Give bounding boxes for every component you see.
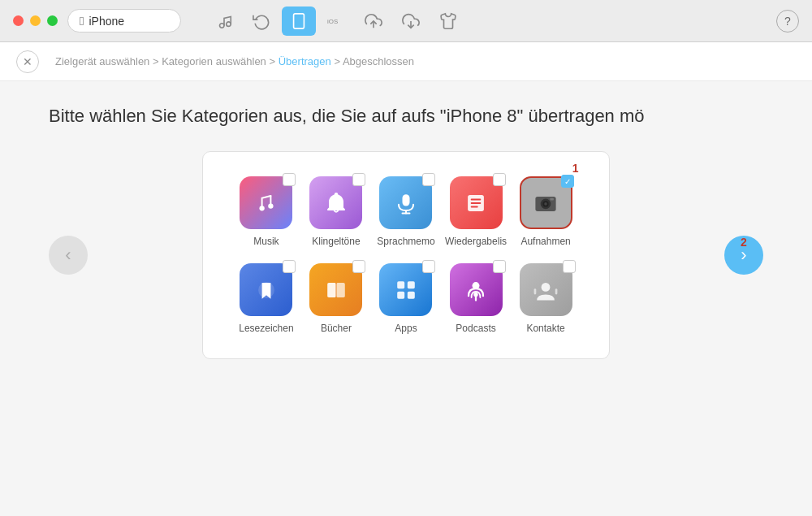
podcasts-icon-wrapper xyxy=(450,263,503,316)
klingeltoene-icon-wrapper xyxy=(309,176,362,229)
wiedergabe-label: Wiedergabelis xyxy=(445,236,507,247)
kontakte-label: Kontakte xyxy=(526,323,564,334)
category-podcasts[interactable]: Podcasts xyxy=(445,263,507,334)
nav-left-wrapper: ‹ xyxy=(49,236,88,275)
apps-checkbox[interactable] xyxy=(422,260,435,273)
prev-icon: ‹ xyxy=(65,245,71,266)
svg-point-8 xyxy=(268,203,273,208)
musik-icon-wrapper xyxy=(240,176,292,229)
lesezeichen-label: Lesezeichen xyxy=(239,323,293,334)
svg-point-1 xyxy=(227,21,231,25)
cloud-upload-icon[interactable] xyxy=(356,7,391,36)
breadcrumb-bar: ✕ Zielgerät auswählen > Kategorien auswä… xyxy=(0,42,812,81)
svg-rect-28 xyxy=(397,291,404,298)
svg-rect-23 xyxy=(327,283,336,297)
lesezeichen-icon-wrapper xyxy=(240,263,292,316)
aufnahmen-icon-wrapper: ✓ 1 xyxy=(520,176,572,229)
svg-point-9 xyxy=(335,192,339,196)
cloud-download-icon[interactable] xyxy=(394,7,428,36)
svg-point-33 xyxy=(542,283,551,292)
breadcrumb-sep-3: > xyxy=(334,55,343,67)
breadcrumb-step-4: Abgeschlossen xyxy=(343,55,414,67)
klingeltoene-checkbox[interactable] xyxy=(352,173,365,186)
category-aufnahmen[interactable]: ✓ 1 Aufnahmen xyxy=(515,176,577,247)
svg-rect-21 xyxy=(550,197,554,200)
device-tab-icon[interactable] xyxy=(282,7,316,36)
step1-label: 1 xyxy=(572,162,579,175)
sprachmemo-icon-wrapper xyxy=(379,176,432,229)
category-klingeltoene[interactable]: Klingeltöne xyxy=(305,176,367,247)
musik-checkbox[interactable] xyxy=(283,173,296,186)
traffic-lights xyxy=(13,15,58,26)
lesezeichen-checkbox[interactable] xyxy=(283,260,296,273)
svg-rect-34 xyxy=(534,288,537,294)
svg-text:iOS: iOS xyxy=(327,18,338,25)
ios-tab-icon[interactable]: iOS xyxy=(319,7,353,36)
nav-right-wrapper: 2 › xyxy=(724,236,763,275)
svg-rect-26 xyxy=(397,281,404,288)
prev-button[interactable]: ‹ xyxy=(49,236,88,275)
apple-logo-icon:  xyxy=(80,14,84,28)
titlebar:  iPhone iOS xyxy=(0,0,812,42)
kontakte-checkbox[interactable] xyxy=(563,260,576,273)
close-button[interactable] xyxy=(13,15,24,26)
buecher-label: Bücher xyxy=(321,323,352,334)
history-tab-icon[interactable] xyxy=(244,7,279,36)
sprachmemo-checkbox[interactable] xyxy=(422,173,435,186)
category-lesezeichen[interactable]: Lesezeichen xyxy=(235,263,297,334)
main-content: Bitte wählen Sie Kategorien aus, die Sie… xyxy=(0,81,812,384)
tshirt-icon[interactable] xyxy=(431,7,465,36)
toolbar: iOS xyxy=(207,7,465,36)
aufnahmen-label: Aufnahmen xyxy=(520,236,570,247)
svg-point-7 xyxy=(259,206,264,210)
breadcrumb-step-3: Übertragen xyxy=(279,55,331,67)
device-name: iPhone xyxy=(89,15,124,28)
svg-rect-10 xyxy=(402,194,409,206)
breadcrumb-sep-1: > xyxy=(153,55,162,67)
buecher-icon-wrapper xyxy=(309,263,362,316)
category-wiedergabe[interactable]: Wiedergabelis xyxy=(445,176,507,247)
content-row: ‹ Musik xyxy=(49,151,763,359)
breadcrumb-step-1: Zielgerät auswählen xyxy=(55,55,149,67)
svg-rect-27 xyxy=(408,281,415,288)
breadcrumb: Zielgerät auswählen > Kategorien auswähl… xyxy=(55,55,414,67)
klingeltoene-label: Klingeltöne xyxy=(312,236,360,247)
svg-point-0 xyxy=(220,23,225,28)
device-selector[interactable]:  iPhone xyxy=(67,9,181,33)
page-title: Bitte wählen Sie Kategorien aus, die Sie… xyxy=(49,106,763,127)
fullscreen-button[interactable] xyxy=(47,15,58,26)
svg-rect-29 xyxy=(408,291,415,298)
category-buecher[interactable]: Bücher xyxy=(305,263,367,334)
apps-icon-wrapper xyxy=(379,263,432,316)
music-tab-icon[interactable] xyxy=(207,7,241,36)
category-musik[interactable]: Musik xyxy=(235,176,297,247)
apps-label: Apps xyxy=(395,323,417,334)
podcasts-checkbox[interactable] xyxy=(493,260,506,273)
svg-rect-35 xyxy=(555,288,558,294)
sprachmemo-label: Sprachmemo xyxy=(377,236,434,247)
kontakte-icon-wrapper xyxy=(520,263,572,316)
svg-point-20 xyxy=(544,202,547,206)
svg-rect-24 xyxy=(336,283,345,297)
buecher-checkbox[interactable] xyxy=(352,260,365,273)
musik-label: Musik xyxy=(253,236,279,247)
category-kontakte[interactable]: Kontakte xyxy=(515,263,577,334)
category-grid: Musik Klingeltöne xyxy=(235,176,577,334)
wiedergabe-icon-wrapper xyxy=(450,176,503,229)
breadcrumb-step-2: Kategorien auswählen xyxy=(162,55,266,67)
help-button[interactable]: ? xyxy=(776,10,799,33)
back-button[interactable]: ✕ xyxy=(16,50,39,73)
minimize-button[interactable] xyxy=(30,15,41,26)
svg-point-32 xyxy=(473,292,477,296)
breadcrumb-sep-2: > xyxy=(269,55,278,67)
step2-label: 2 xyxy=(741,236,747,249)
category-apps[interactable]: Apps xyxy=(375,263,437,334)
category-sprachmemo[interactable]: Sprachmemo xyxy=(375,176,437,247)
svg-rect-2 xyxy=(294,13,304,28)
aufnahmen-checkbox[interactable]: ✓ xyxy=(561,175,574,188)
podcasts-label: Podcasts xyxy=(456,323,495,334)
wiedergabe-checkbox[interactable] xyxy=(493,173,506,186)
category-container: Musik Klingeltöne xyxy=(202,151,610,359)
back-icon: ✕ xyxy=(23,55,32,68)
